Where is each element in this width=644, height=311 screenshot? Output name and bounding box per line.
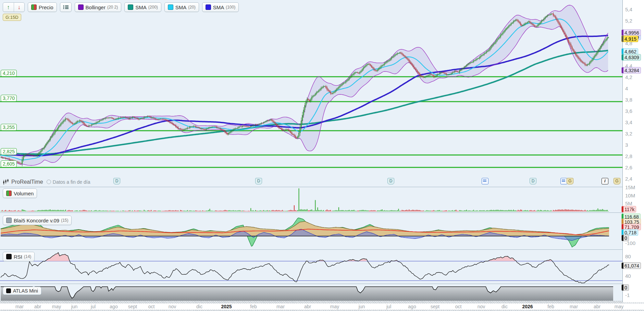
atlas-icon — [6, 288, 11, 293]
time-axis-month-label[interactable]: oct — [455, 303, 462, 310]
rsi-current-tag: 61,074 — [621, 262, 641, 269]
koncorde-pane-button[interactable]: Blai5 Koncorde v.09 (15) — [3, 216, 72, 225]
price-level-tag[interactable]: 3,255 — [1, 124, 17, 131]
atlas-pane-button[interactable]: ATLAS Mini — [3, 287, 41, 295]
branding-strip: ProRealTime Datos a fin de día DDDDGiG — [0, 177, 622, 187]
price-axis-tick: 2,4 — [625, 176, 632, 182]
volume-axis-tick: 15M — [625, 184, 635, 190]
koncorde-params: (15) — [61, 218, 68, 223]
atlas-zero-tag: 0 — [621, 284, 629, 291]
time-axis-year-label[interactable]: 2026 — [522, 303, 533, 310]
price-level-tag[interactable]: 2,825 — [1, 148, 17, 155]
volume-current-tag: 117k — [621, 206, 636, 212]
interval-tag[interactable]: G:15D — [3, 14, 21, 21]
price-axis-tick: 3 — [625, 142, 628, 148]
time-axis-month-label[interactable]: sept — [128, 303, 137, 310]
sma200-icon — [128, 4, 133, 10]
price-tag-last-price: 4,915 — [621, 36, 638, 42]
volume-axis-tick: 10M — [625, 193, 635, 198]
time-axis-month-label[interactable]: feb — [547, 303, 554, 310]
time-axis-month-label[interactable]: dic — [501, 303, 508, 310]
price-axis[interactable]: 5,45,254,84,64,44,243,83,63,43,232,82,62… — [622, 0, 644, 302]
time-axis-month-label[interactable]: jun — [359, 303, 365, 310]
data-mode-icon — [47, 180, 51, 184]
event-marker-d[interactable]: D — [530, 178, 536, 184]
price-axis-tick: 2,6 — [625, 165, 632, 170]
bottom-scrollbar[interactable] — [0, 310, 644, 311]
time-axis-month-label[interactable]: jul — [386, 303, 391, 310]
time-axis-month-label[interactable]: jun — [71, 303, 78, 310]
koncorde-icon — [6, 218, 12, 223]
chart-canvas[interactable] — [0, 0, 644, 311]
price-level-tag[interactable]: 4,210 — [1, 70, 17, 77]
event-marker-doc[interactable] — [482, 178, 488, 184]
price-level-tag[interactable]: 3,770 — [1, 95, 17, 102]
time-axis-month-label[interactable]: jul — [91, 303, 96, 310]
sma100-button[interactable]: SMA (100) — [202, 2, 239, 12]
time-axis-month-label[interactable]: may — [615, 303, 623, 310]
volume-pane-button[interactable]: Volumen — [3, 189, 37, 198]
order-buttons: ↑ ↓ — [3, 2, 25, 12]
sma100-params: (100) — [226, 5, 235, 10]
event-marker-d[interactable]: D — [255, 178, 262, 184]
event-marker-g[interactable]: G — [614, 178, 620, 184]
time-axis-month-label[interactable]: sept — [431, 303, 439, 310]
price-axis-tick: 4,2 — [625, 74, 632, 80]
prorealtime-logo-icon — [2, 179, 9, 185]
time-axis-month-label[interactable]: feb — [250, 303, 257, 310]
price-axis-tick: 3,4 — [625, 119, 632, 125]
time-axis-month-label[interactable]: ago — [110, 303, 117, 310]
time-axis-month-label[interactable]: may — [330, 303, 339, 310]
down-arrow-icon: ↓ — [18, 4, 21, 10]
time-axis-month-label[interactable]: dic — [196, 303, 202, 310]
event-marker-g[interactable]: G — [567, 178, 573, 184]
event-marker-d[interactable]: D — [113, 178, 120, 184]
time-axis-month-label[interactable]: abr — [34, 303, 41, 310]
price-level-tag[interactable]: 2,605 — [1, 160, 17, 167]
atlas-pane-label: ATLAS Mini — [13, 288, 38, 294]
time-axis[interactable]: marabrmayjunjulagoseptoctnovdic2025febma… — [0, 303, 644, 310]
volume-icon — [6, 191, 12, 196]
event-marker-doc[interactable] — [560, 178, 567, 184]
price-tag-sma200: 4,6309 — [621, 54, 641, 61]
bollinger-params: (20 2) — [107, 5, 118, 10]
rsi-icon — [6, 254, 12, 259]
indicator-list-button[interactable] — [60, 2, 72, 12]
bollinger-icon — [78, 4, 84, 10]
price-axis-tick: 3,8 — [625, 97, 632, 103]
buy-button[interactable]: ↑ — [3, 3, 14, 12]
time-axis-month-label[interactable]: ago — [408, 303, 416, 310]
sma20-button[interactable]: SMA (20) — [164, 2, 199, 12]
event-marker-info[interactable]: i — [602, 178, 608, 184]
toolbar: ↑ ↓ Precio Bollinger (20 2) SMA (200) S — [3, 2, 239, 12]
rsi-axis-tick: 40 — [625, 273, 631, 279]
time-axis-month-label[interactable]: mar — [570, 303, 578, 310]
time-axis-month-label[interactable]: nov — [169, 303, 176, 310]
data-mode-label[interactable]: Datos a fin de día — [53, 179, 90, 185]
time-axis-month-label[interactable]: mar — [15, 303, 24, 310]
bollinger-label: Bollinger — [86, 4, 106, 10]
price-style-icon — [31, 4, 37, 10]
event-marker-d[interactable]: D — [387, 178, 394, 184]
time-axis-month-label[interactable]: abr — [304, 303, 311, 310]
sma200-label: SMA — [135, 4, 147, 10]
price-button[interactable]: Precio — [28, 2, 57, 12]
atlas-scale-label: -1 — [625, 292, 630, 298]
sma200-params: (200) — [148, 5, 158, 10]
time-axis-month-label[interactable]: nov — [478, 303, 485, 310]
time-axis-month-label[interactable]: mar — [276, 303, 285, 310]
time-axis-year-label[interactable]: 2025 — [221, 303, 232, 310]
prorealtime-label[interactable]: ProRealTime — [11, 179, 43, 185]
axis-top-separator — [0, 301, 644, 303]
time-axis-month-label[interactable]: oct — [148, 303, 155, 310]
time-axis-month-label[interactable]: may — [52, 303, 61, 310]
time-axis-month-label[interactable]: abr — [594, 303, 600, 310]
sell-button[interactable]: ↓ — [14, 3, 25, 12]
sma20-params: (20) — [188, 5, 195, 10]
bollinger-button[interactable]: Bollinger (20 2) — [75, 2, 122, 12]
rsi-pane-label: RSI — [14, 254, 22, 260]
rsi-pane-button[interactable]: RSI (14) — [3, 252, 35, 261]
price-axis-tick: 4 — [625, 86, 628, 91]
sma200-button[interactable]: SMA (200) — [124, 2, 161, 12]
sma20-label: SMA — [175, 4, 187, 10]
